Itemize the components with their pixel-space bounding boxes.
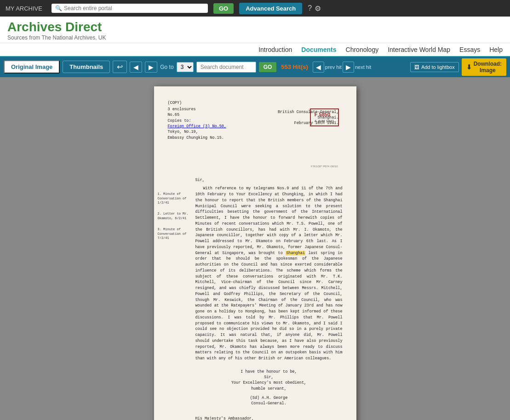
doc-closing: I have the honour to be, Sir, Your Excel… bbox=[195, 369, 343, 407]
next-page-button[interactable]: ▶ bbox=[145, 62, 157, 73]
next-hit-button[interactable]: ▶ bbox=[343, 62, 354, 73]
original-image-tab[interactable]: Original Image bbox=[4, 60, 60, 74]
prev-next-wrapper: ◀ prev hit ▶ next hit bbox=[313, 62, 372, 73]
help-icon[interactable]: ? bbox=[308, 4, 312, 13]
annotation-2: 3. Minute of Conversation of 7/2/41 bbox=[158, 227, 195, 241]
nav-interactive-world-map[interactable]: Interactive World Map bbox=[388, 46, 450, 53]
doc-header-right: British Consulate-General, Shanghai. Feb… bbox=[278, 109, 339, 126]
doc-copy-list-1: Tokyo, No.19, bbox=[168, 129, 343, 135]
site-header: Archives Direct Sources from The Nationa… bbox=[0, 17, 510, 43]
back-button[interactable]: ↩ bbox=[113, 61, 127, 73]
doc-salutation: Sir, bbox=[195, 177, 343, 183]
add-to-lightbox-button[interactable]: 🖼 Add to lightbox bbox=[410, 62, 459, 72]
prev-hit-label: prev hit bbox=[325, 64, 342, 70]
prev-page-button[interactable]: ◀ bbox=[130, 62, 142, 73]
doc-addressee: His Majesty's Ambassador, British Embass… bbox=[195, 416, 343, 420]
download-icon: ⬇ bbox=[466, 63, 472, 71]
lightbox-label: Add to lightbox bbox=[421, 64, 455, 70]
download-button[interactable]: ⬇ Download: Image bbox=[462, 58, 506, 76]
doc-date: February 10th 1941. bbox=[278, 120, 339, 126]
doc-copy-list-2: Embassy Chungking No.15. bbox=[168, 135, 343, 141]
nav-documents[interactable]: Documents bbox=[301, 46, 336, 53]
thumbnails-tab[interactable]: Thumbnails bbox=[63, 61, 110, 73]
go-button[interactable]: GO bbox=[213, 3, 234, 14]
lightbox-icon: 🖼 bbox=[414, 64, 419, 70]
advanced-search-button[interactable]: Advanced Search bbox=[239, 3, 302, 14]
nav-help[interactable]: Help bbox=[489, 46, 503, 53]
settings-icon[interactable]: ⚙ bbox=[315, 4, 321, 13]
my-archive-label: MY ARCHIVE bbox=[6, 5, 42, 12]
nav-essays[interactable]: Essays bbox=[459, 46, 480, 53]
document-area: F 5850 4 JUN 1941 F761/30* P574 /30/10 (… bbox=[0, 77, 510, 420]
hits-badge: 553 Hit(s) bbox=[279, 63, 310, 70]
annotation-1: 2. Letter to Mr. Okamoto, 6/2/41 bbox=[158, 212, 195, 221]
next-hit-label: next hit bbox=[355, 64, 371, 70]
download-label: Download: Image bbox=[474, 61, 502, 74]
top-bar: MY ARCHIVE 🔍 GO Advanced Search ? ⚙ bbox=[0, 0, 510, 17]
nav-introduction[interactable]: Introduction bbox=[258, 46, 292, 53]
goto-select[interactable]: 3 bbox=[177, 62, 194, 72]
doc-city: Shanghai. bbox=[278, 115, 339, 120]
doc-location: British Consulate-General, bbox=[278, 109, 339, 115]
goto-label: Go to bbox=[160, 64, 173, 70]
search-document-input[interactable] bbox=[196, 62, 256, 73]
annotation-0: 1. Minute of Conversation of 1/2/41 bbox=[158, 192, 195, 205]
highlighted-text: Shanghai bbox=[286, 251, 305, 255]
handwritten-note: F761/30* P574 /30/10 bbox=[311, 165, 338, 169]
go-doc-button[interactable]: GO bbox=[259, 62, 277, 72]
site-title: Archives Direct bbox=[7, 20, 503, 34]
search-icon: 🔍 bbox=[55, 5, 62, 11]
toolbar: Original Image Thumbnails ↩ ◀ ▶ Go to 3 … bbox=[0, 57, 510, 77]
doc-copy-line: (COPY) bbox=[168, 100, 343, 106]
document-page: F 5850 4 JUN 1941 F761/30* P574 /30/10 (… bbox=[154, 86, 356, 420]
site-subtitle: Sources from The National Archives, UK bbox=[7, 34, 503, 41]
main-nav: Introduction Documents Chronology Intera… bbox=[0, 43, 510, 57]
prev-hit-button[interactable]: ◀ bbox=[313, 62, 324, 73]
search-portal-wrapper: 🔍 bbox=[52, 4, 208, 13]
top-icons: ? ⚙ bbox=[308, 4, 321, 13]
doc-annotations: 1. Minute of Conversation of 1/2/41 2. L… bbox=[158, 192, 195, 241]
search-portal-input[interactable] bbox=[64, 5, 204, 11]
doc-body-paragraph: With reference to my telegrams Nos.9 and… bbox=[195, 186, 343, 362]
nav-chronology[interactable]: Chronology bbox=[346, 46, 379, 53]
